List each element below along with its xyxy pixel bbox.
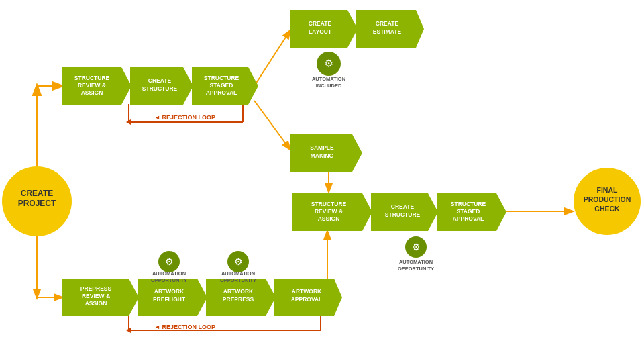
svg-text:STRUCTURE: STRUCTURE (204, 74, 239, 81)
svg-text:STRUCTURE: STRUCTURE (311, 201, 347, 207)
svg-text:STRUCTURE: STRUCTURE (74, 74, 110, 81)
svg-line-7 (254, 31, 290, 86)
svg-text:AUTOMATION: AUTOMATION (221, 270, 255, 277)
svg-text:APPROVAL: APPROVAL (453, 215, 484, 222)
svg-text:APPROVAL: APPROVAL (206, 89, 237, 96)
svg-text:STRUCTURE: STRUCTURE (385, 211, 421, 218)
svg-text:CREATE: CREATE (391, 203, 415, 210)
svg-text:ESTIMATE: ESTIMATE (373, 28, 402, 35)
svg-text:ARTWORK: ARTWORK (292, 288, 322, 295)
svg-text:PREPRESS: PREPRESS (223, 296, 254, 303)
svg-text:STRUCTURE: STRUCTURE (142, 85, 178, 92)
structure-staged-approval-bottom: STRUCTURE STAGED APPROVAL (437, 193, 506, 231)
svg-text:PROJECT: PROJECT (18, 199, 56, 208)
workflow-diagram: CREATE PROJECT FINAL PRODUCTION CHECK ST… (0, 0, 644, 349)
svg-text:OPPORTUNITY: OPPORTUNITY (151, 277, 187, 283)
create-layout: CREATE LAYOUT (290, 10, 358, 48)
svg-text:REVIEW &: REVIEW & (82, 293, 110, 299)
svg-text:CREATE: CREATE (148, 77, 172, 84)
svg-text:ARTWORK: ARTWORK (154, 288, 184, 295)
svg-text:OPPORTUNITY: OPPORTUNITY (220, 277, 256, 283)
svg-text:CHECK: CHECK (594, 205, 620, 213)
artwork-prepress: ARTWORK PREPRESS (206, 279, 276, 316)
prepress-review-assign: PREPRESS REVIEW & ASSIGN (62, 279, 139, 316)
svg-text:SAMPLE: SAMPLE (310, 144, 334, 151)
structure-review-assign-top: STRUCTURE REVIEW & ASSIGN (62, 67, 131, 105)
svg-text:REVIEW &: REVIEW & (78, 82, 106, 89)
artwork-approval: ARTWORK APPROVAL (274, 279, 342, 316)
svg-text:PREPRESS: PREPRESS (80, 285, 112, 292)
svg-text:ASSIGN: ASSIGN (318, 215, 340, 222)
rejection-loop-bottom: ◄ REJECTION LOOP (154, 323, 215, 330)
svg-text:AUTOMATION: AUTOMATION (152, 270, 186, 277)
svg-text:CREATE: CREATE (376, 20, 399, 27)
sample-making: SAMPLE MAKING (290, 134, 362, 172)
svg-text:CREATE: CREATE (309, 20, 332, 27)
svg-text:MAKING: MAKING (311, 152, 334, 159)
svg-text:AUTOMATION: AUTOMATION (399, 259, 433, 265)
svg-text:⚙: ⚙ (412, 242, 421, 252)
svg-text:AUTOMATION: AUTOMATION (312, 76, 345, 82)
structure-staged-approval-top: STRUCTURE STAGED APPROVAL (192, 67, 258, 105)
svg-text:⚙: ⚙ (234, 256, 243, 267)
artwork-preflight: ARTWORK PREFLIGHT (138, 279, 207, 316)
rejection-loop-top: ◄ REJECTION LOOP (154, 114, 215, 121)
svg-text:REVIEW &: REVIEW & (315, 208, 343, 215)
create-structure-top: CREATE STRUCTURE (130, 67, 193, 105)
svg-text:PREFLIGHT: PREFLIGHT (153, 296, 186, 303)
svg-text:⚙: ⚙ (324, 58, 333, 69)
structure-review-assign-bottom: STRUCTURE REVIEW & ASSIGN (292, 193, 372, 231)
svg-text:PRODUCTION: PRODUCTION (584, 195, 631, 203)
svg-text:INCLUDED: INCLUDED (316, 83, 342, 89)
create-structure-bottom: CREATE STRUCTURE (371, 193, 438, 231)
svg-text:OPPORTUNITY: OPPORTUNITY (398, 266, 434, 272)
svg-text:ARTWORK: ARTWORK (223, 288, 254, 295)
svg-text:ASSIGN: ASSIGN (85, 300, 107, 307)
svg-text:STAGED: STAGED (210, 82, 233, 89)
create-estimate: CREATE ESTIMATE (356, 10, 424, 48)
svg-text:CREATE: CREATE (21, 189, 53, 198)
svg-text:STRUCTURE: STRUCTURE (451, 201, 486, 207)
svg-text:APPROVAL: APPROVAL (291, 296, 323, 303)
svg-text:⚙: ⚙ (165, 256, 174, 267)
svg-text:STAGED: STAGED (457, 208, 480, 215)
svg-text:FINAL: FINAL (597, 186, 618, 194)
svg-text:ASSIGN: ASSIGN (81, 89, 103, 96)
svg-text:LAYOUT: LAYOUT (309, 28, 332, 35)
svg-line-8 (254, 101, 290, 149)
